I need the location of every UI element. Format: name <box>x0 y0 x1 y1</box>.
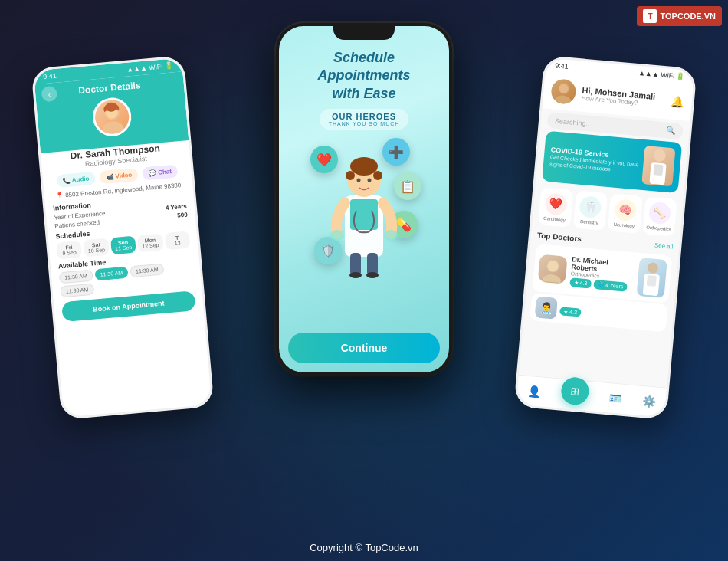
michael-card-image <box>637 258 667 298</box>
right-time: 9:41 <box>555 61 569 70</box>
neurology-label: Neurology <box>613 222 635 228</box>
cardiology-label: Cardiology <box>543 216 566 222</box>
chat-button[interactable]: 💬 Chat <box>142 164 178 180</box>
audio-button[interactable]: 📞 Audio <box>56 172 96 188</box>
svg-rect-29 <box>647 275 657 287</box>
covid-doctor-image <box>641 146 675 186</box>
covid-banner: COVID-19 Service Get Checked immediately… <box>542 131 682 193</box>
michael-avatar <box>538 254 568 284</box>
footer-copyright: Copyright © TopCode.vn <box>0 542 728 553</box>
second-doc-info: ★ 4.3 <box>559 302 663 325</box>
svg-point-27 <box>647 262 658 274</box>
svg-point-19 <box>554 95 572 104</box>
nav-settings-icon[interactable]: ⚙️ <box>642 395 656 408</box>
search-icon: 🔍 <box>666 126 676 135</box>
slot-4[interactable]: 11:30 AM <box>60 284 94 298</box>
day-sun[interactable]: Sun 11 Sep <box>110 236 136 255</box>
svg-point-16 <box>349 272 362 278</box>
left-signal: ▲▲▲ WiFi 🔋 <box>126 61 173 73</box>
right-phone-screen: 9:41 ▲▲▲ WiFi 🔋 Hi, Mohsen Jamali How Ar… <box>516 57 695 417</box>
nav-home-icon[interactable]: 👤 <box>527 385 541 398</box>
cardiology-icon: ❤️ <box>544 192 567 215</box>
michael-info: Dr. Michael Roberts Orthopedics ★ 4.3 🩺 … <box>569 255 635 292</box>
left-phone: 9:41 ▲▲▲ WiFi 🔋 ‹ Doctor Details <box>31 55 214 420</box>
logo-text: TOPCODE.VN <box>660 11 716 21</box>
search-input[interactable]: Searching... <box>555 116 663 133</box>
category-dentistry[interactable]: 🦷 Dentistry <box>572 190 608 230</box>
svg-point-13 <box>384 230 398 241</box>
orthopedics-icon: 🦴 <box>648 202 671 225</box>
left-time: 9:41 <box>43 72 57 80</box>
michael-experience: 🩺 4 Years <box>593 279 628 291</box>
orthopedics-label: Orthopedics <box>646 225 671 232</box>
day-mon[interactable]: Mon 12 Sep <box>137 234 163 253</box>
svg-point-25 <box>542 274 561 283</box>
heroes-sub: THANK YOU SO MUCH <box>329 121 400 126</box>
patients-value: 500 <box>177 212 188 219</box>
svg-point-9 <box>373 171 382 180</box>
user-info: Hi, Mohsen Jamali How Are You Today? <box>581 85 671 109</box>
left-header: ‹ Doctor Details <box>34 71 189 153</box>
michael-rating: ★ 4.3 <box>569 277 592 288</box>
nav-center-button[interactable]: ⊞ <box>560 376 590 406</box>
day-tue[interactable]: T 13 <box>164 231 190 250</box>
doctor-illustration: ❤️ ➕ 📋 💊 🛡️ <box>307 134 421 280</box>
neurology-icon: 🧠 <box>614 198 637 221</box>
day-sat[interactable]: Sat 10 Sep <box>84 238 110 258</box>
svg-rect-23 <box>653 164 663 176</box>
heroes-badge: OUR HEROES THANK YOU SO MUCH <box>320 109 409 130</box>
see-all-link[interactable]: See all <box>654 242 674 251</box>
slot-2[interactable]: 11:30 AM <box>94 267 129 281</box>
notification-bell-icon[interactable]: 🔔 <box>671 95 684 108</box>
left-phone-screen: 9:41 ▲▲▲ WiFi 🔋 ‹ Doctor Details <box>34 57 212 417</box>
second-doc-rating: ★ 4.3 <box>559 307 582 317</box>
svg-point-8 <box>346 171 355 180</box>
user-avatar <box>550 78 577 105</box>
category-cardiology[interactable]: ❤️ Cardiology <box>538 187 573 227</box>
svg-point-11 <box>368 179 372 182</box>
continue-button[interactable]: Continue <box>288 333 440 363</box>
exp-value: 4 Years <box>166 203 188 212</box>
svg-point-10 <box>357 179 361 182</box>
video-button[interactable]: 📹 Video <box>100 168 139 184</box>
svg-point-7 <box>350 157 378 176</box>
slot-1[interactable]: 11:30 AM <box>59 270 93 284</box>
center-phone: Schedule Appointmentswith Ease OUR HEROE… <box>276 23 452 376</box>
logo-area: T TOPCODE.VN <box>637 6 722 26</box>
nav-card-icon[interactable]: 🪪 <box>608 392 622 405</box>
back-button[interactable]: ‹ <box>41 86 57 103</box>
center-screen-content: Schedule Appointmentswith Ease OUR HEROE… <box>279 26 449 372</box>
svg-point-21 <box>653 149 666 162</box>
center-title: Schedule Appointmentswith Ease <box>290 49 438 103</box>
category-neurology[interactable]: 🧠 Neurology <box>608 193 643 233</box>
dentistry-label: Dentistry <box>580 219 598 225</box>
center-phone-notch <box>333 23 395 40</box>
category-orthopedics[interactable]: 🦴 Orthopedics <box>642 196 677 236</box>
svg-point-1 <box>102 120 125 135</box>
logo-icon: T <box>643 9 657 23</box>
doctor-avatar <box>91 97 133 138</box>
center-phone-screen: Schedule Appointmentswith Ease OUR HEROE… <box>279 26 449 372</box>
day-fri[interactable]: Fri 9 Sep <box>56 241 82 260</box>
right-signal: ▲▲▲ WiFi 🔋 <box>638 69 685 80</box>
heroes-text: OUR HEROES <box>329 112 400 121</box>
svg-point-17 <box>366 272 379 278</box>
second-doc-avatar: 👨‍⚕️ <box>535 296 558 319</box>
covid-text: COVID-19 Service Get Checked immediately… <box>549 146 640 175</box>
copyright-text: Copyright © TopCode.vn <box>310 542 418 553</box>
svg-point-12 <box>330 230 344 241</box>
dentistry-icon: 🦷 <box>579 195 602 218</box>
top-doctors-title: Top Doctors <box>536 231 582 243</box>
slot-3[interactable]: 11:30 AM <box>130 264 164 278</box>
right-phone: 9:41 ▲▲▲ WiFi 🔋 Hi, Mohsen Jamali How Ar… <box>513 55 697 420</box>
